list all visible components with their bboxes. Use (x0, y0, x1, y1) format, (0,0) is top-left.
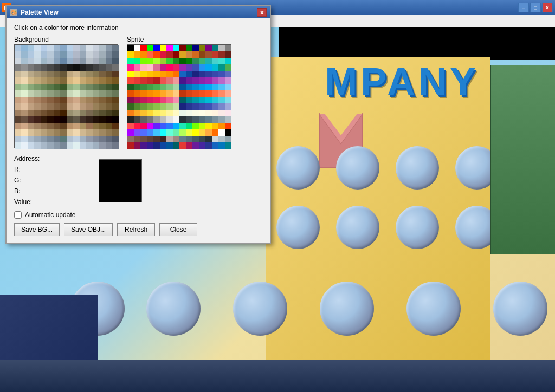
palette-cell[interactable] (147, 90, 153, 97)
palette-cell[interactable] (186, 58, 192, 64)
palette-cell[interactable] (73, 142, 80, 149)
palette-cell[interactable] (41, 71, 47, 77)
palette-cell[interactable] (54, 136, 60, 142)
palette-cell[interactable] (86, 71, 93, 77)
palette-cell[interactable] (127, 90, 134, 97)
palette-cell[interactable] (47, 64, 54, 71)
palette-cell[interactable] (173, 142, 179, 149)
palette-cell[interactable] (147, 58, 153, 64)
palette-cell[interactable] (54, 64, 60, 71)
palette-cell[interactable] (192, 77, 199, 84)
palette-cell[interactable] (199, 129, 205, 136)
palette-cell[interactable] (112, 116, 119, 123)
palette-cell[interactable] (127, 136, 134, 142)
palette-cell[interactable] (67, 77, 73, 84)
palette-cell[interactable] (166, 110, 173, 116)
close-button[interactable]: × (542, 3, 553, 12)
palette-cell[interactable] (86, 142, 93, 149)
palette-cell[interactable] (212, 123, 218, 129)
palette-cell[interactable] (160, 45, 166, 51)
palette-cell[interactable] (153, 90, 160, 97)
palette-cell[interactable] (80, 116, 86, 123)
palette-cell[interactable] (140, 116, 147, 123)
palette-cell[interactable] (140, 103, 147, 110)
palette-cell[interactable] (186, 129, 192, 136)
palette-cell[interactable] (205, 103, 212, 110)
palette-cell[interactable] (192, 129, 199, 136)
palette-cell[interactable] (153, 58, 160, 64)
palette-cell[interactable] (47, 51, 54, 58)
palette-cell[interactable] (86, 129, 93, 136)
palette-cell[interactable] (67, 90, 73, 97)
palette-cell[interactable] (34, 97, 41, 103)
palette-cell[interactable] (80, 58, 86, 64)
maximize-button[interactable]: □ (530, 3, 541, 12)
palette-cell[interactable] (34, 110, 41, 116)
palette-cell[interactable] (41, 97, 47, 103)
palette-cell[interactable] (73, 116, 80, 123)
palette-cell[interactable] (15, 110, 21, 116)
palette-cell[interactable] (173, 77, 179, 84)
palette-cell[interactable] (21, 51, 28, 58)
palette-cell[interactable] (67, 58, 73, 64)
palette-cell[interactable] (80, 97, 86, 103)
palette-cell[interactable] (86, 97, 93, 103)
palette-cell[interactable] (73, 129, 80, 136)
palette-cell[interactable] (28, 77, 34, 84)
palette-cell[interactable] (173, 51, 179, 58)
palette-cell[interactable] (179, 136, 186, 142)
palette-cell[interactable] (28, 45, 34, 51)
palette-cell[interactable] (34, 129, 41, 136)
palette-cell[interactable] (86, 64, 93, 71)
palette-cell[interactable] (21, 142, 28, 149)
palette-cell[interactable] (80, 103, 86, 110)
palette-cell[interactable] (179, 116, 186, 123)
palette-cell[interactable] (60, 64, 67, 71)
palette-cell[interactable] (15, 129, 21, 136)
palette-cell[interactable] (34, 71, 41, 77)
palette-cell[interactable] (212, 58, 218, 64)
palette-cell[interactable] (199, 103, 205, 110)
palette-cell[interactable] (147, 97, 153, 103)
palette-cell[interactable] (80, 136, 86, 142)
palette-cell[interactable] (153, 97, 160, 103)
palette-cell[interactable] (134, 97, 140, 103)
palette-cell[interactable] (205, 84, 212, 90)
palette-cell[interactable] (166, 84, 173, 90)
palette-cell[interactable] (34, 90, 41, 97)
palette-cell[interactable] (15, 71, 21, 77)
palette-cell[interactable] (80, 84, 86, 90)
palette-cell[interactable] (21, 84, 28, 90)
palette-cell[interactable] (86, 84, 93, 90)
palette-cell[interactable] (147, 51, 153, 58)
palette-cell[interactable] (86, 123, 93, 129)
dialog-close-icon-button[interactable]: ✕ (257, 8, 267, 17)
palette-cell[interactable] (212, 110, 218, 116)
palette-cell[interactable] (205, 129, 212, 136)
palette-cell[interactable] (218, 64, 225, 71)
palette-cell[interactable] (153, 142, 160, 149)
palette-cell[interactable] (127, 129, 134, 136)
palette-cell[interactable] (205, 77, 212, 84)
palette-cell[interactable] (54, 77, 60, 84)
palette-cell[interactable] (41, 116, 47, 123)
palette-cell[interactable] (99, 90, 106, 97)
palette-cell[interactable] (86, 58, 93, 64)
palette-cell[interactable] (112, 123, 119, 129)
palette-cell[interactable] (192, 90, 199, 97)
palette-cell[interactable] (60, 136, 67, 142)
auto-update-checkbox[interactable] (14, 211, 22, 219)
palette-cell[interactable] (134, 84, 140, 90)
palette-cell[interactable] (225, 71, 231, 77)
palette-cell[interactable] (212, 64, 218, 71)
palette-cell[interactable] (199, 64, 205, 71)
palette-cell[interactable] (54, 51, 60, 58)
palette-cell[interactable] (205, 90, 212, 97)
palette-cell[interactable] (73, 123, 80, 129)
palette-cell[interactable] (218, 84, 225, 90)
palette-cell[interactable] (134, 142, 140, 149)
palette-cell[interactable] (73, 45, 80, 51)
sprite-palette-grid[interactable] (127, 44, 231, 148)
palette-cell[interactable] (140, 90, 147, 97)
palette-cell[interactable] (99, 116, 106, 123)
